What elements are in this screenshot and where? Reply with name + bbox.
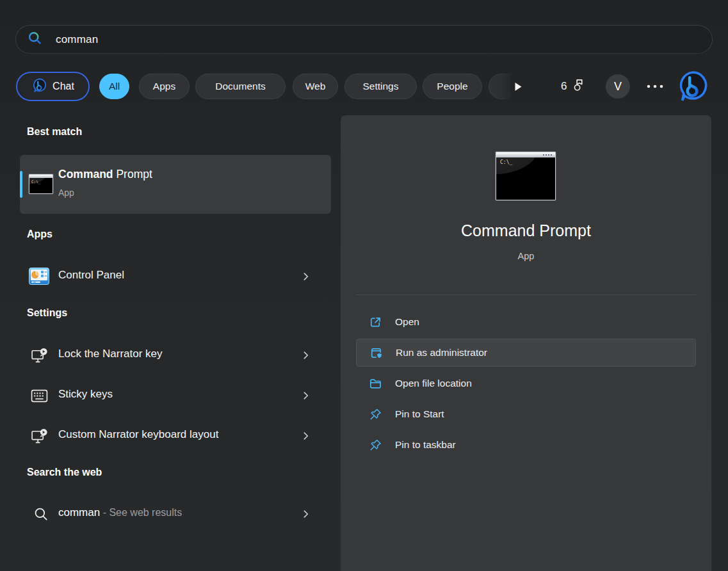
- chevron-right-icon[interactable]: [302, 510, 310, 521]
- tab-people[interactable]: People: [423, 74, 482, 99]
- scroll-tabs-right-icon[interactable]: [513, 81, 523, 92]
- tab-chat[interactable]: Chat: [16, 72, 90, 101]
- action-label: Pin to Start: [395, 408, 444, 420]
- tab-apps-label: Apps: [153, 81, 175, 92]
- action-pin-to-start[interactable]: Pin to Start: [356, 400, 696, 428]
- chevron-right-icon[interactable]: [302, 351, 310, 362]
- tab-documents-label: Documents: [215, 81, 265, 92]
- best-match-result-command-prompt[interactable]: C:\_ Command Prompt App: [20, 155, 331, 214]
- action-label: Open file location: [395, 378, 472, 389]
- divider: [356, 294, 696, 295]
- command-prompt-icon: C:\_: [29, 174, 53, 194]
- command-prompt-large-icon: C:\_: [496, 152, 556, 200]
- tab-web-label: Web: [305, 81, 326, 92]
- tab-settings[interactable]: Settings: [344, 74, 417, 99]
- action-label: Pin to taskbar: [395, 439, 456, 451]
- rewards-count: 6: [561, 80, 567, 93]
- result-label: Control Panel: [58, 269, 124, 282]
- tab-documents[interactable]: Documents: [195, 74, 286, 99]
- web-result-label: comman - See web results: [58, 506, 182, 519]
- result-label: Custom Narrator keyboard layout: [58, 428, 218, 441]
- best-match-header: Best match: [27, 126, 82, 138]
- preview-subtitle: App: [341, 251, 711, 261]
- preview-title: Command Prompt: [341, 221, 711, 240]
- search-web-section-header: Search the web: [27, 467, 102, 478]
- result-label: Lock the Narrator key: [58, 348, 163, 360]
- search-query-text: comman: [56, 33, 98, 46]
- rewards-medal-icon: [571, 78, 586, 95]
- more-options-button[interactable]: [643, 80, 667, 93]
- preview-panel: C:\_ Command Prompt App Open Run as admi…: [341, 115, 711, 571]
- tab-settings-label: Settings: [362, 81, 398, 92]
- folder-icon: [369, 377, 382, 390]
- action-run-as-administrator[interactable]: Run as administrator: [356, 339, 696, 367]
- result-custom-narrator-keyboard-layout[interactable]: Custom Narrator keyboard layout: [20, 421, 331, 451]
- selection-accent-bar: [20, 171, 22, 198]
- ellipsis-icon: [645, 84, 665, 89]
- action-pin-to-taskbar[interactable]: Pin to taskbar: [356, 431, 696, 459]
- action-open-file-location[interactable]: Open file location: [356, 369, 696, 398]
- open-external-icon: [369, 316, 382, 329]
- search-icon: [27, 30, 43, 49]
- window-shield-icon: [369, 346, 383, 360]
- bing-chat-icon: [31, 77, 47, 96]
- search-input[interactable]: comman: [15, 25, 713, 54]
- tab-people-label: People: [437, 81, 467, 92]
- bing-logo-icon: [676, 70, 709, 102]
- tab-web[interactable]: Web: [293, 74, 338, 99]
- settings-section-header: Settings: [27, 307, 67, 319]
- result-sticky-keys[interactable]: Sticky keys: [20, 380, 331, 411]
- search-plain-icon: [33, 506, 49, 525]
- result-title: Command Prompt: [58, 168, 152, 181]
- tab-all-label: All: [109, 81, 120, 92]
- tab-apps[interactable]: Apps: [139, 74, 190, 99]
- rewards-button[interactable]: 6: [561, 73, 586, 100]
- chevron-right-icon[interactable]: [302, 431, 310, 443]
- chevron-right-icon[interactable]: [302, 391, 310, 403]
- action-label: Open: [395, 316, 419, 328]
- result-control-panel[interactable]: Control Panel: [20, 261, 331, 292]
- apps-section-header: Apps: [27, 229, 53, 240]
- pushpin-icon: [369, 408, 382, 421]
- narrator-icon: [30, 346, 49, 367]
- pushpin-icon: [369, 438, 382, 452]
- action-label: Run as administrator: [396, 347, 487, 358]
- result-label: Sticky keys: [58, 388, 113, 401]
- result-see-web-results[interactable]: comman - See web results: [20, 499, 331, 529]
- bing-chat-button[interactable]: [676, 70, 709, 102]
- result-lock-narrator-key[interactable]: Lock the Narrator key: [20, 340, 331, 371]
- tab-all[interactable]: All: [99, 74, 129, 99]
- narrator-icon: [30, 427, 49, 448]
- avatar-initial: V: [614, 80, 622, 93]
- chevron-right-icon[interactable]: [302, 272, 310, 284]
- account-avatar[interactable]: V: [606, 74, 630, 99]
- control-panel-icon: [29, 268, 49, 287]
- result-type-label: App: [58, 188, 74, 198]
- tab-truncated: [489, 74, 511, 99]
- keyboard-icon: [30, 388, 49, 406]
- action-open[interactable]: Open: [356, 308, 696, 336]
- tab-chat-label: Chat: [53, 81, 74, 92]
